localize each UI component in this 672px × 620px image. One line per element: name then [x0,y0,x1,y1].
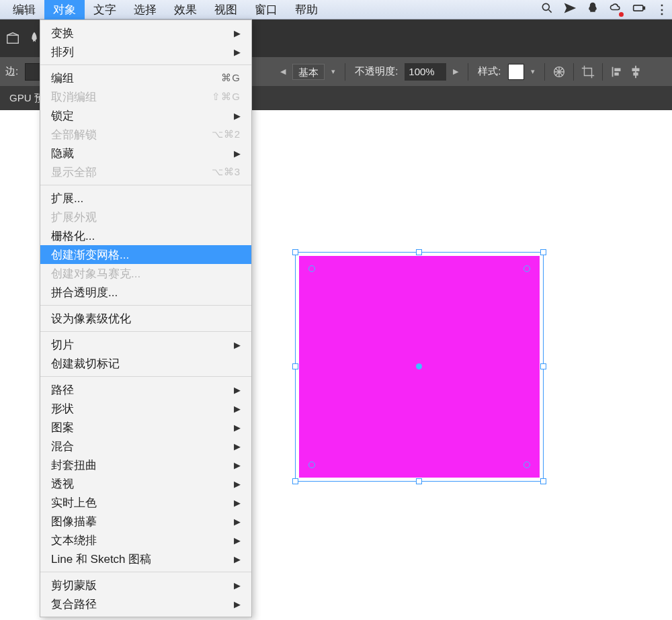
menu-select[interactable]: 选择 [125,0,165,19]
menu-shortcut: ⇧⌘G [212,91,241,103]
brush-dropdown-icon[interactable]: ▾ [329,67,338,76]
menu-help[interactable]: 帮助 [286,0,327,19]
style-label: 样式: [475,65,503,78]
resize-handle-bl[interactable] [292,478,298,484]
color-wheel-icon[interactable] [552,64,566,79]
menu-item[interactable]: 栅格化... [40,226,251,245]
menu-shortcut: ⌥⌘3 [212,166,241,178]
canvas[interactable] [252,110,672,620]
anchor-point[interactable] [308,461,315,468]
style-swatch[interactable] [508,64,524,80]
resize-handle-mr[interactable] [540,363,546,369]
menu-view[interactable]: 视图 [206,0,246,19]
menu-item[interactable]: 切片▶ [40,335,251,354]
svg-rect-8 [635,65,636,77]
menu-divider [40,185,251,185]
menu-item[interactable]: 图像描摹▶ [40,512,251,531]
brush-basic-chip[interactable]: 基本 [292,64,325,80]
search-icon[interactable] [540,1,554,18]
menu-edit[interactable]: 编辑 [4,0,44,19]
stroke-label: 边: [3,65,21,78]
menu-item-label: Line 和 Sketch 图稿 [51,551,151,567]
send-icon[interactable] [563,1,577,18]
opacity-next-icon[interactable]: ▶ [450,67,461,76]
menu-item[interactable]: 隐藏▶ [40,144,251,163]
submenu-arrow-icon: ▶ [234,599,241,609]
separator [602,63,603,81]
qq-icon[interactable] [586,1,599,18]
menu-item[interactable]: 变换▶ [40,24,251,42]
menu-item[interactable]: 形状▶ [40,399,251,418]
menu-item[interactable]: 图案▶ [40,418,251,437]
align-center-icon[interactable] [628,64,643,79]
submenu-arrow-icon: ▶ [234,423,241,433]
menu-item[interactable]: 文本绕排▶ [40,531,251,549]
menu-item-label: 封套扭曲 [51,457,97,473]
menu-item-label: 图案 [51,420,74,435]
menu-object[interactable]: 对象 [44,0,85,19]
submenu-arrow-icon: ▶ [234,441,241,451]
svg-rect-9 [632,68,639,71]
menu-item-label: 创建对象马赛克... [51,266,140,281]
cloud-icon[interactable] [609,1,622,18]
opacity-value[interactable]: 100% [405,63,446,81]
menu-item[interactable]: 透视▶ [40,474,251,493]
menu-item: 扩展外观 [40,208,251,226]
submenu-arrow-icon: ▶ [234,404,241,414]
menu-item-label: 设为像素级优化 [51,311,131,326]
submenu-arrow-icon: ▶ [234,479,241,489]
menu-item-label: 复合路径 [51,596,97,612]
menu-item[interactable]: 实时上色▶ [40,493,251,512]
resize-handle-ml[interactable] [292,363,298,369]
home-icon[interactable] [5,31,20,46]
menu-item[interactable]: 设为像素级优化 [40,309,251,328]
anchor-point[interactable] [308,265,315,272]
menu-item[interactable]: Line 和 Sketch 图稿▶ [40,549,251,568]
submenu-arrow-icon: ▶ [234,28,241,38]
submenu-arrow-icon: ▶ [234,111,241,121]
svg-rect-5 [612,67,613,77]
menu-effect[interactable]: 效果 [165,0,206,19]
menu-item[interactable]: 排列▶ [40,42,251,61]
menu-item-label: 取消编组 [51,89,97,105]
submenu-arrow-icon: ▶ [234,148,241,159]
menu-divider [40,376,251,377]
menu-item[interactable]: 扩展... [40,189,251,208]
brush-prev-icon[interactable]: ◀ [278,67,288,76]
align-left-icon[interactable] [610,64,624,79]
selected-rectangle[interactable] [295,252,544,482]
stroke-width-field[interactable] [25,63,41,81]
object-menu-dropdown: 变换▶排列▶编组⌘G取消编组⇧⌘G锁定▶全部解锁⌥⌘2隐藏▶显示全部⌥⌘3扩展.… [40,19,252,617]
menu-item[interactable]: 路径▶ [40,380,251,399]
style-dropdown-icon[interactable]: ▾ [528,67,538,76]
menu-item[interactable]: 创建渐变网格... [40,245,251,264]
battery-icon[interactable] [632,1,646,18]
menu-item[interactable]: 封套扭曲▶ [40,455,251,474]
menu-window[interactable]: 窗口 [246,0,286,19]
separator [544,63,545,81]
resize-handle-br[interactable] [540,478,546,484]
menu-text[interactable]: 文字 [85,0,125,19]
menu-item-label: 切片 [51,337,74,353]
resize-handle-tl[interactable] [292,249,298,255]
resize-handle-bm[interactable] [416,478,422,484]
svg-rect-1 [634,5,643,10]
menu-item[interactable]: 复合路径▶ [40,594,251,613]
menu-divider [40,331,251,332]
transform-center[interactable] [416,363,422,369]
menu-item[interactable]: 创建裁切标记 [40,354,251,373]
menu-divider [40,572,251,572]
resize-handle-tm[interactable] [416,249,422,255]
menu-item[interactable]: 剪切蒙版▶ [40,576,251,594]
anchor-point[interactable] [523,461,530,468]
svg-rect-10 [633,72,638,75]
menu-item[interactable]: 拼合透明度... [40,283,251,302]
menu-extras-icon[interactable]: ⋮ [656,2,668,17]
menu-item[interactable]: 编组⌘G [40,69,251,87]
crop-icon[interactable] [581,64,595,79]
resize-handle-tr[interactable] [540,249,546,255]
menu-item[interactable]: 混合▶ [40,437,251,455]
menu-item: 显示全部⌥⌘3 [40,163,251,181]
anchor-point[interactable] [523,265,530,272]
menu-item[interactable]: 锁定▶ [40,106,251,125]
